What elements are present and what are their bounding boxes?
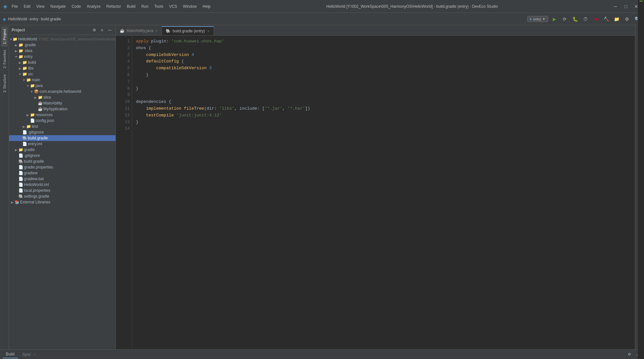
nav-bar: ◈ HelloWorld › entry › build.gradle ▸ en… bbox=[0, 13, 644, 25]
menu-refactor[interactable]: Refactor bbox=[104, 3, 124, 10]
menu-vcs[interactable]: VCS bbox=[167, 3, 180, 10]
bottom-panel-settings[interactable]: ⚙ bbox=[626, 351, 633, 358]
tree-item-helloworld-iml[interactable]: ▶ 📄 HelloWorld.iml bbox=[9, 182, 116, 188]
bottom-panel: Build Sync ✕ ⚙ — ▶ 🔗 ✓ HelloWorld: succe… bbox=[0, 349, 644, 359]
sync-button[interactable]: ⟳ bbox=[561, 15, 569, 23]
menu-view[interactable]: View bbox=[34, 3, 47, 10]
menu-help[interactable]: Help bbox=[200, 3, 213, 10]
tree-item-main[interactable]: ▼ 📁 main bbox=[9, 77, 116, 83]
gradle-file-icon: 🐘 bbox=[22, 136, 27, 140]
tree-label: test bbox=[32, 124, 38, 129]
window-title: HelloWorld [Y:\002_WorkSpace\005_Harmony… bbox=[213, 4, 611, 9]
folder-icon: 📁 bbox=[30, 113, 35, 117]
minimize-button[interactable]: ─ bbox=[611, 2, 620, 11]
menu-navigate[interactable]: Navigate bbox=[48, 3, 68, 10]
tree-item-gitignore-root[interactable]: ▶ 📄 .gitignore bbox=[9, 153, 116, 158]
tree-item-libs[interactable]: ▶ 📁 libs bbox=[9, 65, 116, 71]
menu-run[interactable]: Run bbox=[139, 3, 151, 10]
tree-item-build-gradle-entry[interactable]: ▶ 🐘 build.gradle bbox=[9, 135, 116, 141]
breadcrumb-sep1: › bbox=[28, 17, 29, 21]
tree-label: MyApplication bbox=[43, 107, 68, 111]
bottom-tab-sync[interactable]: Sync ✕ bbox=[19, 351, 39, 358]
tab-build-gradle-entry[interactable]: 🐘 build.gradle (entry) ✕ bbox=[162, 26, 214, 35]
project-expand-icon[interactable]: ≡ bbox=[99, 27, 105, 33]
tree-arrow: ▶ bbox=[10, 201, 14, 204]
debug-button[interactable]: 🐛 bbox=[571, 15, 579, 23]
tree-item-test[interactable]: ▶ 📁 test bbox=[9, 124, 116, 129]
tree-item-package[interactable]: ▼ 📦 com.example.helloworld bbox=[9, 89, 116, 94]
project-tree: ▼ 📁 HelloWorld Y:\002_WorkSpace\005_Harm… bbox=[9, 35, 116, 349]
menu-tools[interactable]: Tools bbox=[152, 3, 166, 10]
tree-arrow: ▼ bbox=[30, 90, 34, 93]
tree-item-gradlew-bat[interactable]: ▶ 📄 gradlew.bat bbox=[9, 176, 116, 182]
sidebar-tab-structure[interactable]: 3: Structure bbox=[1, 72, 8, 95]
gradle-file-icon: 🐘 bbox=[18, 159, 23, 164]
project-header: Project ⚙ ≡ — bbox=[9, 25, 116, 35]
tree-item-config-json[interactable]: ▶ 📄 config.json bbox=[9, 118, 116, 124]
window-controls: ─ □ ✕ bbox=[611, 2, 641, 11]
profile-button[interactable]: ⏱ bbox=[581, 15, 590, 23]
folder-icon: 📁 bbox=[22, 72, 27, 76]
tree-label: config.json bbox=[36, 118, 54, 123]
run-config-icon: ▸ bbox=[530, 17, 532, 21]
menu-edit[interactable]: Edit bbox=[21, 3, 33, 10]
menu-file[interactable]: File bbox=[9, 3, 20, 10]
tree-label: .idea bbox=[24, 49, 32, 53]
tree-label: com.example.helloworld bbox=[39, 89, 81, 94]
tree-item-entry[interactable]: ▼ 📁 entry bbox=[9, 54, 116, 60]
sync-tab-close[interactable]: ✕ bbox=[33, 353, 36, 356]
project-collapse-icon[interactable]: — bbox=[106, 27, 113, 33]
project-settings-icon[interactable]: ⚙ bbox=[91, 27, 97, 33]
file-icon: 📄 bbox=[18, 171, 23, 175]
iml-file-icon: 📄 bbox=[18, 182, 23, 187]
tree-item-gitignore-entry[interactable]: ▶ 📄 .gitignore bbox=[9, 129, 116, 135]
external-libs-icon: 📚 bbox=[14, 200, 19, 204]
menu-code[interactable]: Code bbox=[69, 3, 83, 10]
tree-item-mainability[interactable]: ▶ ☕ MainAbility bbox=[9, 100, 116, 106]
properties-file-icon: 📄 bbox=[18, 188, 23, 193]
tree-item-gradle-properties[interactable]: ▶ 📄 gradle.properties bbox=[9, 164, 116, 170]
breadcrumb-project[interactable]: HelloWorld bbox=[8, 17, 27, 21]
sidebar-tab-project[interactable]: 1: Project bbox=[1, 27, 8, 47]
tree-item-settings-gradle[interactable]: ▶ 🐘 settings.gradle bbox=[9, 193, 116, 199]
maximize-button[interactable]: □ bbox=[621, 2, 630, 11]
run-button[interactable]: ▶ bbox=[550, 15, 559, 23]
project-structure-button[interactable]: 📁 bbox=[612, 15, 621, 23]
editor-area: ☕ MainAbility.java ✕ 🐘 build.gradle (ent… bbox=[116, 25, 635, 349]
tree-item-myapplication[interactable]: ▶ ☕ MyApplication bbox=[9, 106, 116, 112]
tree-item-build-gradle-root[interactable]: ▶ 🐘 build.gradle bbox=[9, 158, 116, 164]
tree-item-gradle-folder[interactable]: ▶ 📁 gradle bbox=[9, 147, 116, 153]
menu-analyze[interactable]: Analyze bbox=[84, 3, 103, 10]
tab-close-mainability[interactable]: ✕ bbox=[155, 29, 158, 33]
menu-window[interactable]: Window bbox=[180, 3, 199, 10]
tab-mainability-java[interactable]: ☕ MainAbility.java ✕ bbox=[116, 26, 162, 35]
tree-item-idea[interactable]: ▶ 📁 .idea bbox=[9, 48, 116, 54]
tree-item-local-properties[interactable]: ▶ 📄 local.properties bbox=[9, 188, 116, 193]
breadcrumb-file[interactable]: build.gradle bbox=[41, 17, 61, 21]
run-config-selector[interactable]: ▸ entry ▼ bbox=[527, 16, 548, 22]
stop-button[interactable]: ■ bbox=[592, 15, 600, 23]
folder-icon: 📁 bbox=[38, 95, 43, 100]
tree-item-helloworld[interactable]: ▼ 📁 HelloWorld Y:\002_WorkSpace\005_Harm… bbox=[9, 36, 116, 42]
tree-item-external-libs[interactable]: ▶ 📚 External Libraries bbox=[9, 199, 116, 205]
tree-item-slice[interactable]: ▶ 📁 slice bbox=[9, 94, 116, 100]
tree-item-entry-iml[interactable]: ▶ 📄 entry.iml bbox=[9, 141, 116, 147]
tab-close-build-gradle[interactable]: ✕ bbox=[207, 29, 210, 33]
sidebar-tab-favorites[interactable]: 2: Favorites bbox=[1, 47, 8, 71]
code-editor: 12345 678910 11121314 apply plugin: 'com… bbox=[116, 36, 635, 349]
code-content[interactable]: apply plugin: 'com.huawei.ohos.hap' ohos… bbox=[132, 36, 635, 349]
tree-item-gradle-hidden[interactable]: ▶ 📁 .gradle bbox=[9, 42, 116, 48]
settings-button[interactable]: ⚙ bbox=[623, 15, 631, 23]
tree-arrow: ▶ bbox=[14, 148, 18, 152]
build-tab-label: Build bbox=[6, 352, 15, 356]
tree-item-src[interactable]: ▼ 📁 src bbox=[9, 71, 116, 77]
tree-item-gradlew[interactable]: ▶ 📄 gradlew bbox=[9, 170, 116, 176]
tree-item-resources[interactable]: ▶ 📁 resources bbox=[9, 112, 116, 118]
breadcrumb-module[interactable]: entry bbox=[29, 17, 38, 21]
menu-build[interactable]: Build bbox=[124, 3, 138, 10]
build-button[interactable]: 🔨 bbox=[602, 15, 610, 23]
tree-item-build-folder[interactable]: ▶ 📁 build bbox=[9, 60, 116, 65]
tree-item-java[interactable]: ▼ 📁 java bbox=[9, 83, 116, 89]
tree-label: .gradle bbox=[24, 43, 36, 47]
bottom-tab-build[interactable]: Build bbox=[3, 351, 18, 358]
